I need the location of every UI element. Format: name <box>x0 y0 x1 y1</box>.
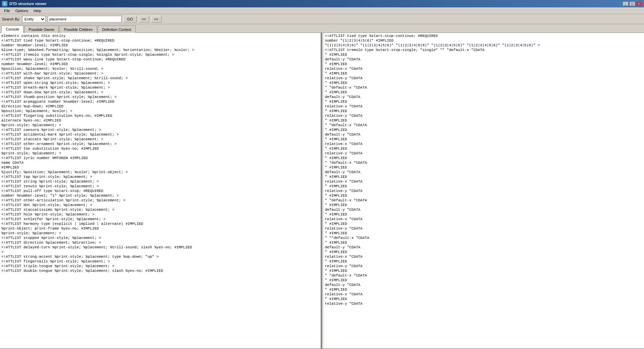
left-scroll[interactable]: elements contains this entity<!ATTLIST t… <box>0 33 321 348</box>
left-line-11: <!ATTLIST breath-mark %print-style; %pla… <box>1 85 319 90</box>
right-line-17: relative-y "CDATA <box>325 113 643 118</box>
next-button[interactable]: >> <box>151 16 162 22</box>
right-line-21: default-y "CDATA <box>325 132 643 137</box>
search-input[interactable] <box>48 16 122 22</box>
left-line-34: number %number-level; "1" %print-style; … <box>1 193 319 198</box>
left-line-44: <!ATTLIST direction %placement; %directi… <box>1 240 319 245</box>
left-line-20: <!ATTLIST caesura %print-style; %placeme… <box>1 128 319 132</box>
right-line-18: " #IMPLIED <box>325 118 643 123</box>
left-line-14: <!ATTLIST arpeggiate number %number-leve… <box>1 99 319 104</box>
title-bar-left: D DTD structure viewer <box>2 1 47 6</box>
right-line-23: relative-x "CDATA <box>325 142 643 146</box>
right-line-7: relative-x "CDATA <box>325 66 643 71</box>
right-line-1: number "(1|2|3|4|5|6)" #IMPLIED <box>325 38 643 43</box>
left-line-13: <!ATTLIST thumb-position %print-style; %… <box>1 95 319 99</box>
right-line-56: " #IMPLIED <box>325 297 643 301</box>
right-line-29: default-y "CDATA <box>325 170 643 174</box>
right-line-19: " "default-x "CDATA <box>325 123 643 128</box>
left-line-48: <!ATTLIST fingernails %print-style; %pla… <box>1 259 319 264</box>
left-line-7: %position; %placement; %color; %trill-so… <box>1 66 319 71</box>
left-line-26: <!ATTLIST lyric number NMTOKEN #IMPLIED <box>1 156 319 160</box>
maximize-button[interactable]: □ <box>629 1 635 6</box>
left-line-37: <!ATTLIST staccatissimo %print-style; %p… <box>1 207 319 212</box>
right-line-35: " "default-x "CDATA <box>325 198 643 203</box>
right-line-45: default-y "CDATA <box>325 245 643 250</box>
right-line-0: <!ATTLIST tied type %start-stop-continue… <box>325 34 643 38</box>
left-line-31: <!ATTLIST string %print-style; %placemen… <box>1 179 319 184</box>
search-label: Search By: <box>2 17 20 21</box>
main-content: elements contains this entity<!ATTLIST t… <box>0 33 644 348</box>
tabs-bar: Console Possible Owner Possible Children… <box>0 24 644 33</box>
right-line-39: relative-x "CDATA <box>325 217 643 221</box>
search-type-select[interactable]: Entity Element Attribute <box>22 16 46 22</box>
right-line-3: <!ATTLIST tremolo type %start-stop-singl… <box>325 48 643 52</box>
right-line-10: " #IMPLIED <box>325 81 643 85</box>
menu-options[interactable]: Options <box>13 8 31 13</box>
right-line-55: relative-x "CDATA <box>325 292 643 297</box>
right-line-36: " #IMPLIED <box>325 203 643 207</box>
left-line-5: <!ATTLIST wavy-line type %start-stop-con… <box>1 57 319 62</box>
right-line-15: relative-x "CDATA <box>325 104 643 109</box>
left-line-30: <!ATTLIST tap %print-style; %placement; … <box>1 174 319 179</box>
title-bar-controls: _ □ × <box>623 1 642 6</box>
minimize-button[interactable]: _ <box>623 1 629 6</box>
right-line-28: " #IMPLIED <box>325 165 643 170</box>
right-line-40: " #IMPLIED <box>325 221 643 226</box>
right-line-43: " ""default-x "CDATA <box>325 236 643 240</box>
left-line-10: <!ATTLIST open-string %print-style; %pla… <box>1 81 319 85</box>
go-button[interactable]: GO <box>124 16 137 22</box>
right-line-16: " #IMPLIED <box>325 109 643 113</box>
left-line-41: %print-object; print-frame %yes-no; #IMP… <box>1 226 319 231</box>
right-line-2: "(1|2|3|4|5|6)" "(1|2|3|4|5|6)" "(1|2|3|… <box>325 43 643 48</box>
left-line-22: <!ATTLIST staccato %print-style; %placem… <box>1 137 319 142</box>
right-line-32: " #IMPLIED <box>325 184 643 189</box>
right-scroll[interactable]: <!ATTLIST tied type %start-stop-continue… <box>324 33 644 348</box>
menu-bar: File Options Help <box>0 7 644 14</box>
right-line-30: " #IMPLIED <box>325 174 643 179</box>
right-line-22: " #IMPLIED <box>325 137 643 142</box>
right-line-53: default-y "CDATA <box>325 283 643 287</box>
left-panel: elements contains this entity<!ATTLIST t… <box>0 33 322 348</box>
menu-file[interactable]: File <box>1 8 13 13</box>
right-line-44: " #IMPLIED <box>325 240 643 245</box>
left-line-35: <!ATTLIST other-articulation %print-styl… <box>1 198 319 203</box>
right-line-41: relative-y "CDATA <box>325 226 643 231</box>
close-button[interactable]: × <box>636 1 642 6</box>
left-line-18: alternate %yes-no; #IMPLIED <box>1 118 319 123</box>
right-line-31: relative-x "CDATA <box>325 179 643 184</box>
left-line-9: <!ATTLIST shake %print-style; %placement… <box>1 76 319 81</box>
left-line-28: #IMPLIED <box>1 165 319 170</box>
left-line-15: direction %up-down; #IMPLIED <box>1 104 319 109</box>
right-line-5: default-y "CDATA <box>325 57 643 62</box>
left-line-21: <!ATTLIST accidental-mark %print-style; … <box>1 132 319 137</box>
right-line-20: " #IMPLIED <box>325 128 643 132</box>
right-line-25: relative-y "CDATA <box>325 151 643 156</box>
tab-definition-context[interactable]: Definition Context <box>98 26 136 33</box>
right-line-38: " #IMPLIED <box>325 212 643 217</box>
left-line-36: <!ATTLIST dot %print-style; %placement; … <box>1 203 319 207</box>
left-line-1: <!ATTLIST tied type %start-stop-continue… <box>1 38 319 43</box>
prev-button[interactable]: << <box>139 16 149 22</box>
search-bar: Search By: Entity Element Attribute GO <… <box>0 14 644 24</box>
left-line-4: <!ATTLIST tremolo type %start-stop-singl… <box>1 52 319 57</box>
left-line-39: <!ATTLIST schleifer %print-style; %place… <box>1 217 319 221</box>
left-line-27: name CDATA <box>1 160 319 165</box>
right-line-14: " #IMPLIED <box>325 99 643 104</box>
tab-possible-owner[interactable]: Possible Owner <box>24 26 59 33</box>
menu-help[interactable]: Help <box>31 8 44 13</box>
left-line-29: %justify; %position; %placement; %color;… <box>1 170 319 174</box>
right-line-4: " #IMPLIED <box>325 52 643 57</box>
right-line-33: relative-y "CDATA <box>325 189 643 193</box>
left-line-46: > <box>1 250 319 254</box>
right-line-27: " "default-x "CDATA <box>325 160 643 165</box>
title-bar: D DTD structure viewer _ □ × <box>0 0 644 7</box>
tab-possible-children[interactable]: Possible Children <box>59 26 97 33</box>
left-line-12: <!ATTLIST down-bow %print-style; %placem… <box>1 90 319 95</box>
left-line-32: <!ATTLIST tenuto %print-style; %placemen… <box>1 184 319 189</box>
right-line-50: " #IMPLIED <box>325 268 643 273</box>
right-line-24: " #IMPLIED <box>325 146 643 151</box>
right-line-37: default-y "CDATA <box>325 207 643 212</box>
right-line-34: " #IMPLIED <box>325 193 643 198</box>
tab-console[interactable]: Console <box>1 26 24 33</box>
left-line-3: %line-type; %dashed-formatting; %positio… <box>1 48 319 52</box>
